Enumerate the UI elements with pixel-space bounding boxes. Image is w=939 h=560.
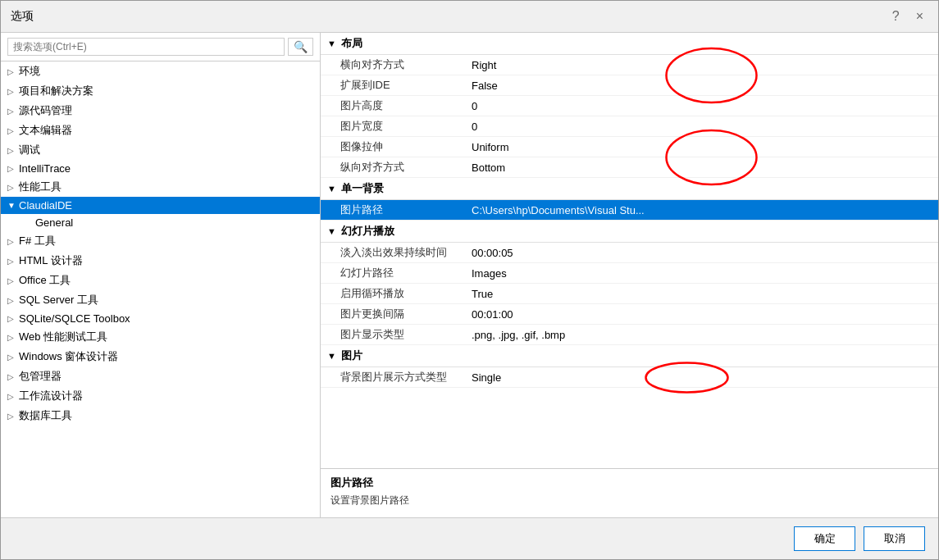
tree-expand-arrow: ▷ bbox=[7, 146, 19, 155]
section-arrow: ▼ bbox=[327, 351, 336, 361]
section-header-layout[interactable]: ▼布局 bbox=[321, 33, 938, 55]
tree-item-webperf[interactable]: ▷Web 性能测试工具 bbox=[1, 327, 320, 347]
tree-item-label: Web 性能测试工具 bbox=[19, 330, 107, 344]
tree-item-label: 文本编辑器 bbox=[19, 123, 72, 138]
prop-name: 淡入淡出效果持续时间 bbox=[340, 245, 472, 260]
prop-name: 图片宽度 bbox=[340, 119, 472, 134]
tree-item-label: General bbox=[35, 216, 73, 229]
prop-row: 图片更换间隔00:01:00 bbox=[321, 304, 938, 325]
left-panel: 🔍 ▷环境▷项目和解决方案▷源代码管理▷文本编辑器▷调试▷IntelliTrac… bbox=[1, 33, 321, 517]
prop-value: Single bbox=[472, 371, 932, 384]
tree-item-label: SQLite/SQLCE Toolbox bbox=[19, 312, 130, 325]
options-dialog: 选项 ? × 🔍 ▷环境▷项目和解决方案▷源代码管理▷文本编辑器▷调试▷Inte… bbox=[0, 0, 939, 560]
dialog-footer: 确定 取消 bbox=[1, 517, 938, 559]
tree-expand-arrow: ▷ bbox=[7, 257, 19, 266]
tree-expand-arrow: ▷ bbox=[7, 372, 19, 381]
section-header-slideshow[interactable]: ▼幻灯片播放 bbox=[321, 221, 938, 243]
prop-value: Right bbox=[472, 59, 932, 71]
prop-name: 图像拉伸 bbox=[340, 139, 472, 154]
prop-name: 启用循环播放 bbox=[340, 286, 472, 301]
tree-item-intellitrace[interactable]: ▷IntelliTrace bbox=[1, 160, 320, 177]
section-label: 单一背景 bbox=[341, 181, 384, 196]
search-input[interactable] bbox=[7, 38, 285, 56]
prop-value: Uniform bbox=[472, 141, 932, 153]
tree-item-label: 数据库工具 bbox=[19, 408, 72, 423]
tree-item-sqlite[interactable]: ▷SQLite/SQLCE Toolbox bbox=[1, 310, 320, 327]
tree-item-label: 项目和解决方案 bbox=[19, 84, 93, 98]
prop-value: Bottom bbox=[472, 162, 932, 174]
description-area: 图片路径 设置背景图片路径 bbox=[321, 468, 938, 517]
prop-row: 淡入淡出效果持续时间00:00:05 bbox=[321, 243, 938, 263]
help-button[interactable]: ? bbox=[887, 7, 905, 25]
prop-row: 纵向对齐方式Bottom bbox=[321, 157, 938, 178]
section-arrow: ▼ bbox=[327, 226, 336, 236]
tree-item-label: ClaudialDE bbox=[19, 199, 72, 212]
tree-item-label: 工作流设计器 bbox=[19, 389, 83, 403]
prop-name: 图片显示类型 bbox=[340, 327, 472, 342]
tree-expand-arrow: ▷ bbox=[7, 126, 19, 135]
tree-item-env[interactable]: ▷环境 bbox=[1, 61, 320, 81]
tree-item-label: 调试 bbox=[19, 143, 40, 157]
tree-expand-arrow: ▷ bbox=[7, 237, 19, 246]
desc-title: 图片路径 bbox=[330, 476, 928, 490]
tree-item-label: SQL Server 工具 bbox=[19, 293, 98, 307]
tree-item-perf[interactable]: ▷性能工具 bbox=[1, 177, 320, 197]
prop-value: False bbox=[472, 80, 932, 92]
section-arrow: ▼ bbox=[327, 184, 336, 193]
tree-expand-arrow: ▼ bbox=[7, 201, 19, 210]
tree-item-workflow[interactable]: ▷工作流设计器 bbox=[1, 386, 320, 406]
tree-item-claudia[interactable]: ▼ClaudialDE bbox=[1, 197, 320, 214]
tree-item-label: 包管理器 bbox=[19, 369, 62, 384]
prop-row: 图片高度0 bbox=[321, 96, 938, 116]
tree-expand-arrow: ▷ bbox=[7, 392, 19, 401]
tree-expand-arrow: ▷ bbox=[7, 87, 19, 96]
tree-item-editor[interactable]: ▷文本编辑器 bbox=[1, 121, 320, 140]
prop-row: 图像拉伸Uniform bbox=[321, 137, 938, 157]
section-label: 图片 bbox=[341, 348, 362, 363]
tree-item-office[interactable]: ▷Office 工具 bbox=[1, 271, 320, 290]
title-bar-buttons: ? × bbox=[887, 7, 928, 25]
tree-expand-arrow: ▷ bbox=[7, 164, 19, 173]
prop-row: 启用循环播放True bbox=[321, 284, 938, 304]
prop-value: Images bbox=[472, 267, 932, 280]
tree-item-sqlserver[interactable]: ▷SQL Server 工具 bbox=[1, 290, 320, 310]
prop-value: True bbox=[472, 288, 932, 300]
tree-item-project[interactable]: ▷项目和解决方案 bbox=[1, 81, 320, 101]
tree-item-source[interactable]: ▷源代码管理 bbox=[1, 101, 320, 121]
tree-item-label: Office 工具 bbox=[19, 273, 71, 288]
prop-name: 背景图片展示方式类型 bbox=[340, 370, 472, 385]
tree-item-label: IntelliTrace bbox=[19, 162, 71, 175]
prop-name: 图片更换间隔 bbox=[340, 307, 472, 321]
section-header-image[interactable]: ▼图片 bbox=[321, 345, 938, 367]
tree-item-database[interactable]: ▷数据库工具 bbox=[1, 406, 320, 426]
prop-row: 扩展到IDEFalse bbox=[321, 75, 938, 96]
tree-item-debug[interactable]: ▷调试 bbox=[1, 140, 320, 160]
right-panel: ▼布局横向对齐方式Right扩展到IDEFalse图片高度0图片宽度0图像拉伸U… bbox=[321, 33, 938, 517]
tree-item-general[interactable]: General bbox=[1, 214, 320, 231]
prop-row: 图片宽度0 bbox=[321, 116, 938, 137]
tree-item-fsharp[interactable]: ▷F# 工具 bbox=[1, 231, 320, 251]
prop-row[interactable]: 图片路径C:\Users\hp\Documents\Visual Stu... bbox=[321, 200, 938, 221]
tree-item-windows[interactable]: ▷Windows 窗体设计器 bbox=[1, 347, 320, 367]
tree-item-package[interactable]: ▷包管理器 bbox=[1, 367, 320, 386]
tree-expand-arrow: ▷ bbox=[7, 183, 19, 192]
cancel-button[interactable]: 取消 bbox=[864, 526, 925, 551]
tree-expand-arrow: ▷ bbox=[7, 276, 19, 285]
tree-item-label: F# 工具 bbox=[19, 234, 56, 248]
prop-name: 幻灯片路径 bbox=[340, 266, 472, 280]
prop-row: 背景图片展示方式类型Single bbox=[321, 367, 938, 388]
prop-value: .png, .jpg, .gif, .bmp bbox=[472, 329, 932, 341]
tree-item-label: Windows 窗体设计器 bbox=[19, 349, 118, 364]
tree-expand-arrow: ▷ bbox=[7, 412, 19, 421]
tree-item-html[interactable]: ▷HTML 设计器 bbox=[1, 251, 320, 271]
section-label: 幻灯片播放 bbox=[341, 224, 394, 239]
section-header-single-bg[interactable]: ▼单一背景 bbox=[321, 178, 938, 200]
ok-button[interactable]: 确定 bbox=[794, 526, 855, 551]
search-button[interactable]: 🔍 bbox=[288, 38, 313, 56]
prop-row: 横向对齐方式Right bbox=[321, 55, 938, 75]
prop-name: 横向对齐方式 bbox=[340, 57, 472, 72]
close-button[interactable]: × bbox=[911, 7, 928, 25]
desc-text: 设置背景图片路径 bbox=[330, 494, 928, 508]
prop-value: 0 bbox=[472, 121, 932, 133]
tree-item-label: 源代码管理 bbox=[19, 103, 72, 118]
